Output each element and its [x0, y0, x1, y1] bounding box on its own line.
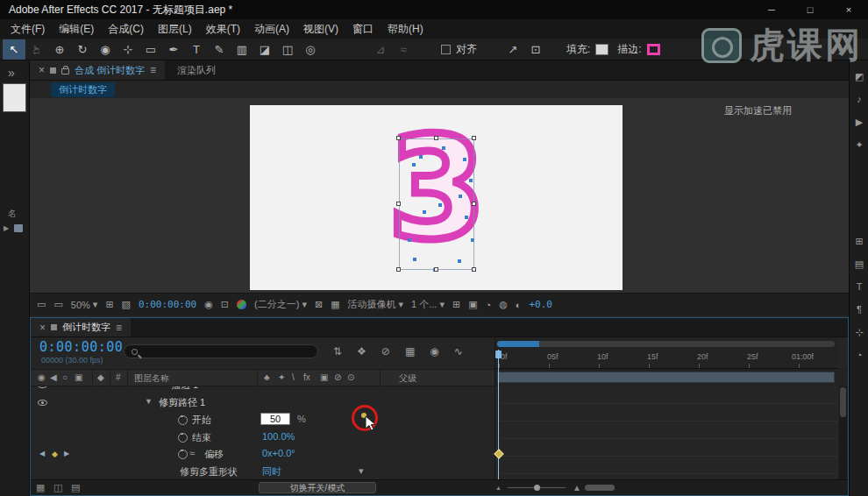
timeline-graph-area[interactable]: 0f 05f 10f 15f 20f 25f 01:00f: [494, 337, 837, 479]
property-row-end[interactable]: 结束 100.0%: [31, 429, 494, 446]
panel-tab-info-icon[interactable]: ◩: [850, 71, 868, 82]
panel-tab-libraries-icon[interactable]: ▤: [850, 259, 868, 270]
share-view-icon[interactable]: ⊞: [452, 299, 460, 310]
channel-icon[interactable]: [237, 300, 246, 309]
solo-column-icon[interactable]: ○: [62, 372, 68, 382]
time-navigator-track[interactable]: [497, 341, 835, 347]
keyframe-lanes[interactable]: [495, 386, 838, 479]
frame-blend-switch-icon[interactable]: ▣: [320, 372, 328, 382]
in-out-pane-icon[interactable]: ▤: [71, 482, 80, 493]
camera-tool-icon[interactable]: ◉: [94, 39, 117, 60]
composition-breadcrumb[interactable]: 倒计时数字: [51, 82, 115, 97]
motion-blur-icon[interactable]: ◉: [430, 345, 438, 358]
quality-switch-icon[interactable]: \: [292, 372, 295, 382]
lock-column-icon[interactable]: ▣: [75, 372, 82, 382]
transfer-controls-pane-icon[interactable]: ◫: [53, 482, 62, 493]
selection-handle[interactable]: [472, 202, 476, 206]
property-row-start[interactable]: 开始 %: [31, 411, 494, 429]
panel-tab-preview-icon[interactable]: ▶: [850, 117, 868, 128]
selection-tool-icon[interactable]: ↖: [3, 39, 25, 60]
maximize-button[interactable]: □: [791, 0, 829, 19]
trim-mode-value[interactable]: 同时: [262, 465, 281, 478]
shy-switch-icon[interactable]: ♣: [264, 372, 270, 382]
panel-tab-character-icon[interactable]: T: [850, 281, 868, 292]
close-tab-icon[interactable]: ×: [39, 322, 46, 334]
motion-blur-switch-icon[interactable]: ⊘: [334, 372, 341, 382]
composition-canvas[interactable]: 3: [250, 105, 623, 290]
collapse-switch-icon[interactable]: ✦: [278, 372, 285, 382]
menu-item-animation[interactable]: 动画(A): [247, 19, 296, 39]
composition-viewer[interactable]: 3: [30, 98, 849, 293]
chevron-down-icon[interactable]: ▾: [359, 465, 364, 477]
pen-tool-icon[interactable]: ✒: [162, 39, 185, 60]
menu-item-composition[interactable]: 合成(C): [101, 19, 151, 39]
draft-3d-icon[interactable]: ❖: [357, 345, 366, 358]
project-thumbnail[interactable]: [3, 83, 26, 112]
scrollbar-thumb[interactable]: [840, 387, 846, 417]
frame-blending-icon[interactable]: ▦: [405, 345, 415, 358]
panel-menu-icon[interactable]: ≡: [150, 64, 156, 76]
property-row-stroke[interactable]: 描边 1: [31, 386, 494, 393]
current-time-indicator[interactable]: [498, 350, 499, 479]
timeline-globe-icon[interactable]: ◍: [499, 299, 508, 310]
panel-tab-align-icon[interactable]: ⊞: [850, 236, 868, 247]
index-column-label[interactable]: #: [116, 372, 121, 382]
horizontal-scrollbar-thumb[interactable]: [585, 485, 615, 491]
selection-handle[interactable]: [396, 267, 401, 272]
fill-color-swatch[interactable]: [595, 44, 608, 55]
menu-item-layer[interactable]: 图层(L): [151, 19, 199, 39]
tree-caret-icon[interactable]: ▶: [4, 224, 9, 232]
transparency-grid-icon[interactable]: ▦: [331, 299, 339, 310]
primary-viewer-icon[interactable]: ▭: [53, 299, 62, 310]
eye-icon[interactable]: [38, 386, 47, 388]
timeline-vertical-scrollbar[interactable]: [839, 386, 847, 479]
work-area-bar[interactable]: [497, 372, 835, 383]
panel-tab-effects-icon[interactable]: ✦: [850, 139, 868, 151]
stopwatch-icon[interactable]: [178, 450, 186, 459]
selection-handle[interactable]: [396, 136, 401, 140]
exposure-icon[interactable]: ◐: [516, 300, 522, 310]
next-keyframe-icon[interactable]: ▶: [64, 450, 69, 457]
layer-switches-pane-icon[interactable]: ▦: [36, 482, 45, 493]
selection-handle[interactable]: [472, 136, 476, 140]
fast-previews-icon[interactable]: ◔: [486, 300, 492, 310]
panel-tab-audio-icon[interactable]: ♪: [850, 94, 868, 104]
always-preview-icon[interactable]: ▭: [37, 299, 46, 310]
menu-item-view[interactable]: 视图(V): [296, 19, 345, 39]
pixel-aspect-icon[interactable]: ▣: [468, 299, 477, 310]
expand-panel-button[interactable]: »: [8, 66, 15, 80]
mask-visibility-icon[interactable]: ▧: [122, 299, 131, 310]
type-tool-icon[interactable]: T: [185, 39, 208, 60]
video-column-icon[interactable]: ◉: [38, 372, 46, 382]
zoom-tool-icon[interactable]: ⊕: [48, 39, 71, 60]
pan-behind-tool-icon[interactable]: ⊹: [117, 39, 139, 60]
eraser-tool-icon[interactable]: ◪: [253, 39, 276, 60]
value-graph-icon[interactable]: ≈: [189, 448, 195, 458]
snap-checkbox[interactable]: [441, 45, 451, 54]
property-row-trim-paths[interactable]: ▼ 修剪路径 1: [31, 393, 494, 411]
zoom-in-mountain-icon[interactable]: ▲: [573, 483, 581, 492]
parent-column-label[interactable]: 父级: [399, 372, 416, 385]
stopwatch-icon[interactable]: [178, 433, 186, 443]
toggle-switches-modes-button[interactable]: 切换开关/模式: [259, 482, 376, 493]
selection-handle[interactable]: [472, 267, 476, 272]
tab-render-queue[interactable]: 渲染队列: [165, 60, 228, 80]
shape-tool-icon[interactable]: ▭: [139, 39, 162, 60]
stopwatch-icon[interactable]: [178, 415, 186, 425]
fx-switch-icon[interactable]: fx: [303, 372, 310, 382]
eye-icon[interactable]: [38, 400, 47, 406]
panel-menu-icon[interactable]: ≡: [116, 322, 122, 334]
brush-tool-icon[interactable]: ✎: [208, 39, 231, 60]
current-timecode[interactable]: 0:00:00:00: [39, 339, 123, 355]
group-label[interactable]: 修剪路径 1: [159, 396, 205, 409]
hand-tool-icon[interactable]: ☞: [25, 39, 48, 60]
panel-tab-mask-icon[interactable]: ◔: [850, 350, 868, 360]
keyframe-toggle-icon[interactable]: ◆: [52, 450, 58, 458]
region-icon[interactable]: ⊡: [524, 43, 547, 56]
minimize-button[interactable]: ─: [752, 0, 791, 19]
tab-composition[interactable]: × 合成 倒计时数字 ≡: [30, 60, 165, 80]
puppet-pin-tool-icon[interactable]: ◎: [299, 39, 322, 60]
close-button[interactable]: ×: [829, 0, 868, 19]
snapshot-icon[interactable]: ◉: [204, 299, 213, 310]
selection-handle[interactable]: [434, 267, 438, 272]
